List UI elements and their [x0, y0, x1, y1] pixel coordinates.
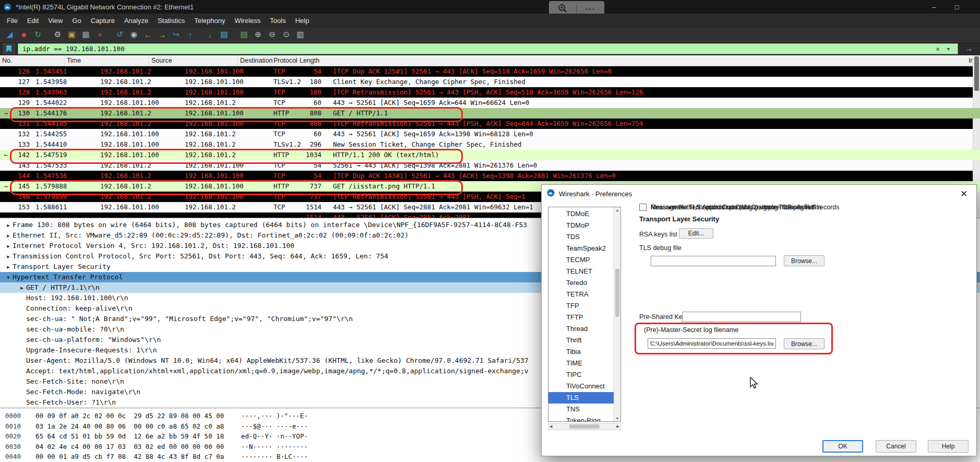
scrollbar-thumb[interactable] [974, 56, 979, 91]
save-file-icon[interactable]: ▦ [79, 28, 93, 41]
go-last-icon[interactable]: ↓ [203, 28, 217, 41]
column-header[interactable]: Source [149, 55, 238, 66]
expand-chevron-icon[interactable]: ▸ [4, 262, 13, 272]
scroll-left-icon[interactable]: ◀ [549, 424, 552, 429]
menu-item[interactable]: Go [67, 14, 86, 28]
protocol-item[interactable]: TIPC [548, 369, 614, 381]
start-capture-icon[interactable]: ◢ [3, 28, 17, 41]
master-secret-log-input[interactable] [648, 338, 776, 349]
zoom-out-icon[interactable]: ⊖ [265, 28, 279, 41]
packet-row[interactable]: 129 1.544022 192.168.101.100 192.168.101… [0, 98, 980, 108]
browse-master-secret-button[interactable]: Browse... [784, 338, 824, 349]
menu-item[interactable]: Tools [265, 14, 290, 28]
expand-chevron-icon[interactable] [18, 293, 26, 303]
stop-capture-icon[interactable]: ■ [17, 28, 31, 41]
go-forward-icon[interactable]: → [155, 28, 169, 41]
checkbox-row[interactable]: Message Authentication Code (MAC), ignor… [639, 203, 816, 212]
open-file-icon[interactable]: ▣ [65, 28, 79, 41]
protocol-list-vertical-scrollbar[interactable]: ▲ ▼ [614, 207, 620, 421]
protocol-item[interactable]: TECMP [548, 254, 614, 266]
protocol-item[interactable]: TFTP [548, 312, 614, 323]
column-header[interactable]: Protocol [271, 55, 296, 66]
protocol-item[interactable]: TFP [548, 300, 614, 312]
packet-row[interactable]: 143 1.547533 192.168.101.2 192.168.101.1… [0, 160, 980, 171]
packet-row[interactable]: 131 1.544185 192.168.101.2 192.168.101.1… [0, 119, 980, 129]
zoom-in-icon[interactable]: ⊕ [251, 28, 265, 41]
menu-item[interactable]: Edit [22, 14, 43, 28]
scrollbar-thumb[interactable] [615, 269, 619, 317]
tls-debug-file-input[interactable] [651, 256, 776, 266]
go-to-packet-icon[interactable]: ↪ [169, 28, 183, 41]
expand-chevron-icon[interactable] [18, 303, 26, 314]
minimize-button[interactable]: – [923, 0, 946, 14]
find-packet-icon[interactable]: ◉ [127, 28, 141, 41]
checkbox[interactable] [639, 204, 647, 211]
menu-item[interactable]: Statistics [153, 14, 189, 28]
column-header[interactable]: Time [65, 55, 149, 66]
protocol-item[interactable]: Tibia [548, 346, 614, 358]
go-first-icon[interactable]: ↑ [183, 28, 197, 41]
expand-chevron-icon[interactable]: ▸ [4, 251, 13, 262]
packet-row[interactable]: 127 1.543958 192.168.101.2 192.168.101.1… [0, 77, 980, 87]
expand-chevron-icon[interactable] [18, 314, 26, 324]
menu-item[interactable]: Help [291, 14, 314, 28]
packet-row[interactable]: 128 1.543963 192.168.101.2 192.168.101.1… [0, 87, 980, 98]
scroll-down-icon[interactable]: ▼ [616, 417, 619, 420]
expand-chevron-icon[interactable]: ▾ [4, 272, 13, 282]
colorize-icon[interactable]: ▧ [237, 28, 251, 41]
pre-shared-key-input[interactable] [682, 312, 801, 322]
packet-row[interactable]: 132 1.544255 192.168.101.100 192.168.101… [0, 129, 980, 139]
expand-chevron-icon[interactable] [18, 324, 26, 335]
packet-row[interactable]: 144 1.547536 192.168.101.2 192.168.101.1… [0, 171, 980, 181]
apply-filter-icon[interactable]: → [961, 44, 977, 53]
close-file-icon[interactable]: × [93, 28, 107, 41]
expand-chevron-icon[interactable] [18, 366, 26, 376]
scroll-right-icon[interactable]: ▶ [617, 424, 619, 429]
column-header[interactable]: Destination [238, 55, 271, 66]
protocol-item[interactable]: TDS [548, 231, 614, 243]
zoom-reset-icon[interactable]: ⊙ [279, 28, 293, 41]
zoom-in-magnifier-icon[interactable] [558, 4, 567, 15]
protocol-item[interactable]: TNS [548, 404, 614, 415]
menu-item[interactable]: Capture [86, 14, 119, 28]
expand-chevron-icon[interactable] [18, 387, 26, 397]
protocol-item[interactable]: Thrift [548, 335, 614, 346]
expand-chevron-icon[interactable] [18, 356, 26, 366]
protocol-item[interactable]: TDMoP [548, 220, 614, 231]
packet-row[interactable]: 133 1.544410 192.168.101.100 192.168.101… [0, 139, 980, 150]
menu-item[interactable]: File [2, 14, 22, 28]
protocol-item[interactable]: TIME [548, 358, 614, 369]
help-button[interactable]: Help [928, 440, 969, 453]
maximize-button[interactable]: □ [946, 0, 969, 14]
expand-chevron-icon[interactable] [18, 345, 26, 356]
protocol-item[interactable]: TDMoE [548, 208, 614, 220]
close-icon[interactable]: ✕ [958, 187, 970, 200]
display-filter-input[interactable] [22, 45, 933, 53]
expand-chevron-icon[interactable] [18, 376, 26, 387]
protocol-item[interactable]: TeamSpeak2 [548, 243, 614, 254]
more-options-icon[interactable]: ··· [585, 5, 595, 14]
protocol-item[interactable]: Token-Ring [548, 415, 614, 422]
menu-item[interactable]: Wireless [230, 14, 265, 28]
expand-chevron-icon[interactable]: ▸ [4, 230, 13, 241]
scrollbar-thumb[interactable] [569, 424, 600, 429]
filter-dropdown-icon[interactable]: ▾ [943, 45, 953, 53]
protocol-item[interactable]: TETRA [548, 289, 614, 300]
clear-filter-icon[interactable]: × [933, 45, 943, 53]
browse-debug-file-button[interactable]: Browse... [784, 255, 824, 266]
restart-capture-icon[interactable]: ↻ [31, 28, 45, 41]
ok-button[interactable]: OK [822, 440, 863, 453]
protocol-item[interactable]: TiVoConnect [548, 381, 614, 392]
capture-options-icon[interactable]: ⚙ [51, 28, 65, 41]
expand-chevron-icon[interactable] [18, 397, 26, 408]
expand-chevron-icon[interactable]: ▸ [18, 282, 26, 293]
edit-rsa-keys-button[interactable]: Edit... [679, 228, 713, 239]
expand-chevron-icon[interactable] [18, 335, 26, 345]
menu-item[interactable]: View [43, 14, 67, 28]
filter-bookmark-icon[interactable] [3, 43, 15, 54]
cancel-button[interactable]: Cancel [876, 440, 916, 453]
column-header[interactable]: Length [296, 55, 966, 66]
reload-icon[interactable]: ↺ [113, 28, 127, 41]
protocol-item[interactable]: TELNET [548, 266, 614, 277]
menu-item[interactable]: Analyze [119, 14, 153, 28]
